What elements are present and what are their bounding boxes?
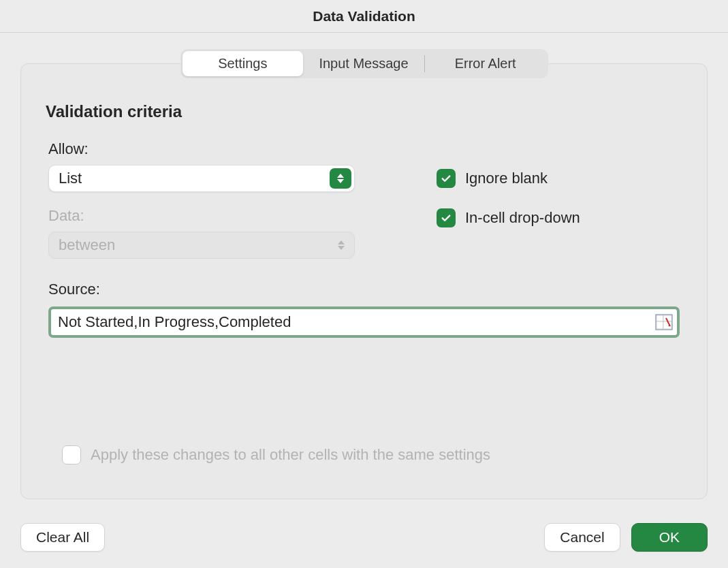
ignore-blank-checkbox[interactable] bbox=[437, 169, 456, 188]
ok-label: OK bbox=[659, 529, 680, 545]
dialog-footer: Clear All Cancel OK bbox=[0, 523, 728, 552]
cancel-button[interactable]: Cancel bbox=[544, 523, 620, 552]
cancel-label: Cancel bbox=[560, 529, 604, 545]
allow-select-value: List bbox=[59, 170, 82, 187]
clear-all-label: Clear All bbox=[36, 529, 89, 545]
source-input-container bbox=[48, 306, 680, 338]
section-title: Validation criteria bbox=[46, 102, 680, 121]
data-label: Data: bbox=[48, 207, 355, 225]
tab-input-message-label: Input Message bbox=[319, 56, 408, 71]
source-label: Source: bbox=[48, 281, 680, 298]
dialog-title: Data Validation bbox=[313, 8, 415, 25]
ignore-blank-row: Ignore blank bbox=[437, 169, 680, 188]
check-icon bbox=[440, 212, 452, 224]
settings-panel: Validation criteria Allow: List Data: be… bbox=[20, 63, 708, 499]
tab-input-message[interactable]: Input Message bbox=[303, 51, 424, 76]
check-icon bbox=[440, 172, 452, 185]
tab-settings-label: Settings bbox=[218, 56, 267, 71]
apply-all-label: Apply these changes to all other cells w… bbox=[91, 446, 490, 464]
tab-settings[interactable]: Settings bbox=[183, 51, 304, 76]
allow-select[interactable]: List bbox=[48, 165, 355, 192]
chevron-updown-icon bbox=[330, 168, 351, 189]
in-cell-dropdown-row: In-cell drop-down bbox=[437, 208, 680, 227]
tab-error-alert-label: Error Alert bbox=[455, 56, 516, 71]
svg-rect-1 bbox=[656, 315, 663, 321]
tab-error-alert[interactable]: Error Alert bbox=[425, 51, 546, 76]
apply-all-checkbox bbox=[62, 445, 81, 464]
in-cell-dropdown-label: In-cell drop-down bbox=[465, 209, 580, 227]
tab-bar: Settings Input Message Error Alert bbox=[180, 49, 548, 78]
dialog-header: Data Validation bbox=[0, 0, 728, 33]
source-input[interactable] bbox=[51, 312, 655, 332]
range-selector-icon[interactable] bbox=[655, 314, 673, 330]
svg-rect-3 bbox=[656, 321, 663, 329]
ok-button[interactable]: OK bbox=[631, 523, 708, 552]
allow-label: Allow: bbox=[48, 140, 355, 158]
chevron-updown-icon bbox=[338, 240, 345, 250]
data-select: between bbox=[48, 232, 355, 259]
in-cell-dropdown-checkbox[interactable] bbox=[437, 208, 456, 227]
ignore-blank-label: Ignore blank bbox=[465, 170, 548, 187]
clear-all-button[interactable]: Clear All bbox=[20, 523, 105, 552]
data-select-value: between bbox=[59, 236, 115, 254]
apply-all-row: Apply these changes to all other cells w… bbox=[62, 445, 490, 464]
